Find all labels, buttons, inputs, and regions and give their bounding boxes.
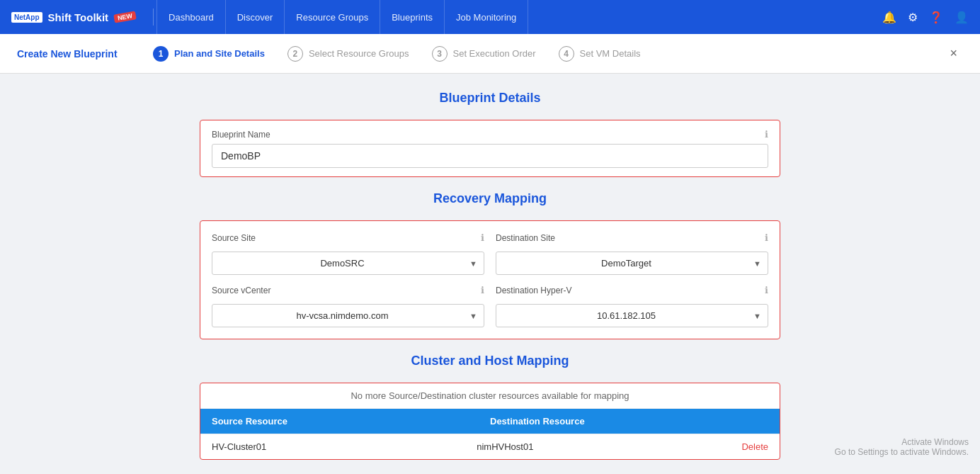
step-label-2: Select Resource Groups <box>309 48 409 59</box>
step-label-1: Plan and Site Details <box>174 48 265 59</box>
nav-dashboard[interactable]: Dashboard <box>156 0 226 34</box>
cluster-notice: No more Source/Destination cluster resou… <box>200 383 780 409</box>
nav-resource-groups[interactable]: Resource Groups <box>285 0 380 34</box>
cluster-table-header: Source Resource Destination Resource <box>200 409 780 434</box>
source-site-select[interactable]: DemoSRC <box>212 252 484 275</box>
destination-hyperv-select[interactable]: 10.61.182.105 <box>496 304 768 327</box>
netapp-logo: NetApp <box>11 12 42 23</box>
main-content: Blueprint Details Blueprint Name ℹ Recov… <box>171 74 809 474</box>
source-vcenter-select[interactable]: hv-vcsa.nimdemo.com <box>212 304 484 327</box>
cluster-col-source-header: Source Resource <box>212 416 490 427</box>
table-row: HV-Cluster01 nimHVHost01 Delete <box>200 434 780 459</box>
recovery-mapping-grid-bottom: Source vCenter ℹ hv-vcsa.nimdemo.com ▼ D… <box>212 285 768 327</box>
blueprint-name-box: Blueprint Name ℹ <box>200 120 780 177</box>
destination-hyperv-group: Destination Hyper-V ℹ 10.61.182.105 ▼ <box>496 285 768 327</box>
source-site-group: Source Site ℹ DemoSRC ▼ <box>212 232 484 275</box>
gear-icon[interactable]: ⚙ <box>908 11 918 24</box>
recovery-mapping-title: Recovery Mapping <box>200 191 780 206</box>
wizard-step-4[interactable]: 4 Set VM Details <box>559 46 641 62</box>
nav-blueprints[interactable]: Blueprints <box>380 0 445 34</box>
recovery-mapping-grid-top: Source Site ℹ DemoSRC ▼ Destination Site… <box>212 232 768 275</box>
blueprint-name-info-icon[interactable]: ℹ <box>765 129 768 140</box>
step-number-1: 1 <box>153 46 169 62</box>
cluster-destination-cell: nimHVHost01 <box>477 441 741 452</box>
wizard-title: Create New Blueprint <box>17 48 130 60</box>
delete-row-button[interactable]: Delete <box>741 441 768 452</box>
source-site-wrapper: DemoSRC ▼ <box>212 252 484 275</box>
step-number-3: 3 <box>432 46 448 62</box>
help-icon[interactable]: ❓ <box>929 11 943 24</box>
brand: NetApp Shift Toolkit NEW <box>11 11 136 23</box>
step-number-4: 4 <box>559 46 574 62</box>
destination-hyperv-info-icon[interactable]: ℹ <box>765 285 768 295</box>
step-label-4: Set VM Details <box>580 48 641 59</box>
source-vcenter-info-icon[interactable]: ℹ <box>481 285 484 295</box>
destination-site-select[interactable]: DemoTarget <box>496 252 768 275</box>
wizard-steps: 1 Plan and Site Details 2 Select Resourc… <box>153 46 921 62</box>
destination-site-info-icon[interactable]: ℹ <box>765 232 768 243</box>
blueprint-details-title: Blueprint Details <box>200 91 780 106</box>
nav-icons: 🔔 ⚙ ❓ 👤 <box>882 11 969 24</box>
source-vcenter-label: Source vCenter <box>212 286 270 295</box>
cluster-mapping-box: No more Source/Destination cluster resou… <box>200 383 780 460</box>
bell-icon[interactable]: 🔔 <box>882 11 896 24</box>
new-badge: NEW <box>113 11 137 23</box>
blueprint-name-label: Blueprint Name <box>212 130 270 140</box>
nav-links: Dashboard Discover Resource Groups Bluep… <box>156 0 882 34</box>
wizard-step-3[interactable]: 3 Set Execution Order <box>432 46 536 62</box>
nav-discover[interactable]: Discover <box>226 0 285 34</box>
source-vcenter-group: Source vCenter ℹ hv-vcsa.nimdemo.com ▼ <box>212 285 484 327</box>
destination-site-label: Destination Site <box>496 233 555 243</box>
brand-name: Shift Toolkit <box>48 11 109 23</box>
blueprint-name-input[interactable] <box>212 144 768 168</box>
destination-site-group: Destination Site ℹ DemoTarget ▼ <box>496 232 768 275</box>
top-nav: NetApp Shift Toolkit NEW Dashboard Disco… <box>0 0 980 34</box>
step-label-3: Set Execution Order <box>453 48 536 59</box>
close-button[interactable]: × <box>944 43 963 64</box>
step-number-2: 2 <box>287 46 303 62</box>
source-site-info-icon[interactable]: ℹ <box>481 232 484 243</box>
source-site-label: Source Site <box>212 233 256 243</box>
destination-hyperv-wrapper: 10.61.182.105 ▼ <box>496 304 768 327</box>
source-vcenter-wrapper: hv-vcsa.nimdemo.com ▼ <box>212 304 484 327</box>
cluster-mapping-title: Cluster and Host Mapping <box>200 354 780 368</box>
cluster-source-cell: HV-Cluster01 <box>212 441 477 452</box>
wizard-header: Create New Blueprint 1 Plan and Site Det… <box>0 34 980 74</box>
destination-site-wrapper: DemoTarget ▼ <box>496 252 768 275</box>
destination-hyperv-label: Destination Hyper-V <box>496 286 571 295</box>
user-icon[interactable]: 👤 <box>955 11 969 24</box>
cluster-col-destination-header: Destination Resource <box>490 416 768 427</box>
wizard-step-1[interactable]: 1 Plan and Site Details <box>153 46 265 62</box>
blueprint-name-label-row: Blueprint Name ℹ <box>212 129 768 140</box>
nav-separator <box>153 9 154 26</box>
nav-job-monitoring[interactable]: Job Monitoring <box>445 0 528 34</box>
wizard-step-2[interactable]: 2 Select Resource Groups <box>287 46 409 62</box>
recovery-mapping-box: Source Site ℹ DemoSRC ▼ Destination Site… <box>200 220 780 339</box>
